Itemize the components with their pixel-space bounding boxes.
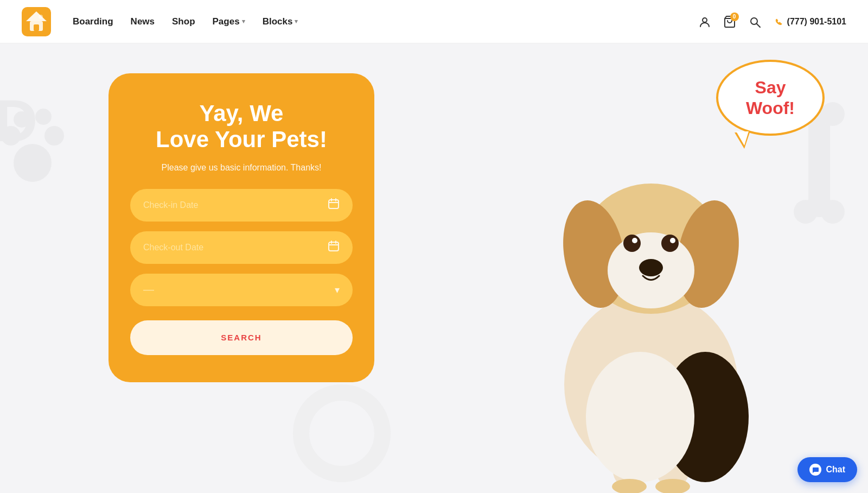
svg-point-14 (35, 109, 52, 125)
header-actions: 0 (777) 901-5101 (698, 15, 846, 28)
svg-point-5 (703, 18, 707, 22)
chat-bubble-icon (809, 464, 821, 476)
svg-point-36 (670, 238, 675, 243)
checkout-field[interactable] (130, 231, 353, 264)
logo-icon (22, 7, 51, 36)
form-subtitle: Please give us basic information. Thanks… (130, 163, 353, 173)
svg-point-4 (39, 15, 43, 19)
svg-point-34 (661, 235, 679, 252)
deco-left: D (0, 76, 98, 195)
svg-point-11 (1, 126, 21, 146)
calendar-checkout-icon (328, 240, 340, 255)
checkin-field[interactable] (130, 189, 353, 222)
nav-shop[interactable]: Shop (172, 16, 195, 27)
search-button[interactable]: search (130, 320, 353, 355)
svg-rect-3 (34, 24, 39, 31)
svg-point-10 (14, 144, 52, 182)
calendar-checkin-icon (328, 198, 340, 212)
form-title: Yay, We Love Your Pets! (130, 100, 353, 153)
cart-icon[interactable]: 0 (723, 15, 736, 28)
svg-point-12 (44, 126, 64, 146)
main-nav: Boarding News Shop Pages ▾ Blocks ▾ (73, 16, 698, 27)
nav-news[interactable]: News (131, 16, 155, 27)
nav-boarding[interactable]: Boarding (73, 16, 113, 27)
svg-point-37 (639, 259, 663, 276)
speech-bubble: Say Woof! (716, 60, 825, 147)
checkout-input[interactable] (143, 243, 320, 252)
svg-point-13 (14, 111, 30, 128)
nav-blocks[interactable]: Blocks ▾ (263, 16, 298, 27)
main-content: D Yay, We Love Your Pets! Please give us… (0, 43, 868, 493)
form-card: Yay, We Love Your Pets! Please give us b… (108, 73, 374, 382)
logo[interactable] (22, 7, 51, 36)
phone-button[interactable]: (777) 901-5101 (773, 17, 846, 27)
pet-type-select[interactable]: — ▾ (130, 274, 353, 306)
deco-circle (293, 384, 391, 482)
cart-badge: 0 (730, 12, 739, 21)
chat-button[interactable]: Chat (797, 457, 857, 482)
svg-rect-20 (329, 200, 339, 208)
search-icon[interactable] (748, 15, 761, 28)
speech-bubble-inner: Say Woof! (716, 60, 825, 136)
user-icon[interactable] (698, 15, 711, 28)
checkin-input[interactable] (143, 200, 320, 210)
blocks-chevron-icon: ▾ (295, 18, 298, 25)
chat-label: Chat (826, 465, 845, 475)
dog-illustration (499, 91, 803, 493)
phone-icon (773, 17, 783, 27)
svg-point-33 (623, 235, 641, 252)
select-value: — (143, 283, 154, 296)
svg-point-41 (586, 352, 694, 482)
select-arrow-icon: ▾ (335, 284, 340, 296)
pages-chevron-icon: ▾ (242, 18, 245, 25)
svg-rect-24 (329, 242, 339, 251)
svg-point-35 (632, 238, 637, 243)
bubble-text: Say Woof! (746, 77, 795, 119)
header: Boarding News Shop Pages ▾ Blocks ▾ 0 (0, 0, 868, 43)
phone-number: (777) 901-5101 (787, 17, 846, 27)
dog-area: Say Woof! (434, 43, 868, 493)
svg-point-7 (751, 18, 757, 24)
nav-pages[interactable]: Pages ▾ (213, 16, 245, 27)
svg-line-8 (757, 24, 760, 27)
